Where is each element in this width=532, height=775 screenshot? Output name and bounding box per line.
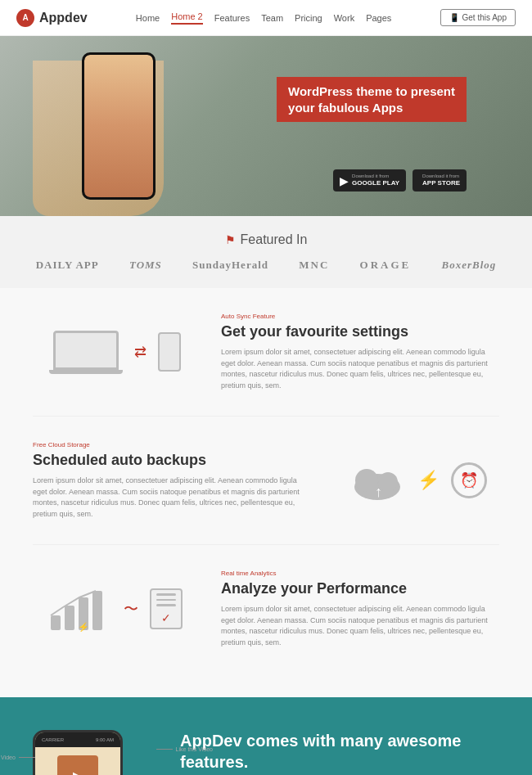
featured-logo-0: DAILY APP	[36, 259, 99, 272]
feature-text-0: Auto Sync Feature Get your favourite set…	[221, 313, 499, 391]
feature-tag-0: Auto Sync Feature	[221, 313, 499, 320]
nav-work[interactable]: Work	[334, 13, 354, 23]
feature-row-0: ⇄ Auto Sync Feature Get your favourite s…	[33, 313, 499, 417]
featured-logo-5: BoxerBlog	[442, 259, 497, 272]
logo-text: Appdev	[39, 11, 88, 25]
connector-3	[156, 749, 173, 750]
logo[interactable]: A Appdev	[16, 9, 88, 27]
phone-video-thumbnail: ▶	[57, 755, 98, 775]
nav-links: Home Home 2 Features Team Pricing Work P…	[136, 11, 392, 25]
hero-store-buttons: ▶ Download it from GOOGLE PLAY Download …	[333, 169, 467, 191]
teal-title: AppDev comes with many awesome features.	[180, 730, 499, 773]
clock-icon: ⏰	[451, 462, 487, 498]
laptop-icon	[49, 331, 123, 374]
nav-cta-button[interactable]: 📱 Get this App	[440, 9, 516, 26]
google-play-button[interactable]: ▶ Download it from GOOGLE PLAY	[333, 169, 406, 191]
teal-phone-area: CARRIER 9:00 AM ▶	[33, 730, 156, 775]
teal-phone-device: CARRIER 9:00 AM ▶	[33, 730, 123, 775]
bar-chart-icon: ⚡	[47, 583, 112, 635]
navbar: A Appdev Home Home 2 Features Team Prici…	[0, 0, 532, 36]
feature-icon-cloud: ↑ ⚡ ⏰	[336, 456, 499, 505]
laptop-screen	[53, 331, 119, 370]
hero-phone	[82, 52, 156, 200]
phone-video-area: ▶	[35, 747, 120, 775]
feature-icon-chart: ⚡ 〜 ✓	[33, 583, 196, 635]
hero-phone-screen	[84, 55, 153, 197]
feature-desc-1: Lorem ipsum dolor sit amet, consectetuer…	[33, 475, 311, 520]
checklist-line-2	[156, 599, 176, 602]
featured-title: ⚑ Featured In	[25, 232, 507, 247]
laptop-base	[49, 370, 123, 374]
label-like-video: Like this Video	[156, 746, 213, 752]
teal-content: AppDev comes with many awesome features.…	[180, 722, 499, 775]
checklist-icon: ✓	[150, 588, 183, 629]
featured-logo-3: MNC	[299, 259, 329, 272]
svg-rect-7	[92, 591, 102, 630]
carrier-text: CARRIER	[42, 737, 64, 742]
phone-icon: 📱	[449, 13, 459, 22]
feature-title-2: Analyze your Performance	[221, 580, 499, 597]
hero-section: WordPress theme to present your fabulous…	[0, 36, 532, 216]
featured-logo-4: ORAGE	[360, 259, 412, 272]
cloud-icon: ↑	[349, 456, 406, 505]
phone-status-bar: CARRIER 9:00 AM	[35, 732, 120, 747]
app-store-button[interactable]: Download it from APP STORE	[413, 169, 467, 191]
google-play-icon: ▶	[340, 174, 349, 187]
nav-pages[interactable]: Pages	[366, 13, 391, 23]
cloud-svg: ↑	[349, 456, 406, 505]
hero-title: WordPress theme to present your fabulous…	[277, 77, 467, 122]
sync-arrows-icon: ⇄	[134, 343, 147, 361]
feature-title-0: Get your favourite settings	[221, 323, 499, 340]
feature-text-2: Real time Analytics Analyze your Perform…	[221, 570, 499, 648]
featured-logo-1: TOMS	[129, 259, 162, 272]
svg-rect-5	[65, 606, 74, 630]
checklist-line-3	[156, 604, 176, 606]
teal-phone-screen: CARRIER 9:00 AM ▶	[35, 732, 120, 775]
hero-title-overlay: WordPress theme to present your fabulous…	[277, 77, 467, 122]
pulse-icon: 〜	[124, 599, 138, 619]
feature-icon-laptop-phone: ⇄	[33, 331, 196, 374]
time-text: 9:00 AM	[96, 737, 114, 742]
nav-home[interactable]: Home	[136, 13, 160, 23]
feature-row-1: ↑ ⚡ ⏰ Free Cloud Storage Scheduled auto …	[33, 441, 499, 545]
svg-rect-4	[51, 615, 61, 630]
featured-section: ⚑ Featured In DAILY APP TOMS SundayHeral…	[0, 216, 532, 288]
feature-desc-2: Lorem ipsum dolor sit amet, consectetuer…	[221, 604, 499, 648]
feature-desc-0: Lorem ipsum dolor sit amet, consectetuer…	[221, 347, 499, 391]
features-section: ⇄ Auto Sync Feature Get your favourite s…	[0, 288, 532, 697]
featured-logo-2: SundayHerald	[192, 259, 268, 272]
nav-pricing[interactable]: Pricing	[295, 13, 322, 23]
nav-features[interactable]: Features	[214, 13, 250, 23]
lightning-icon: ⚡	[417, 470, 440, 491]
bar-chart-svg: ⚡	[47, 583, 112, 632]
google-play-text: Download it from GOOGLE PLAY	[352, 173, 399, 187]
checklist-line-1	[156, 593, 176, 596]
feature-tag-2: Real time Analytics	[221, 570, 499, 577]
nav-home2[interactable]: Home 2	[171, 11, 203, 25]
connector-1	[19, 757, 35, 758]
nav-team[interactable]: Team	[261, 13, 283, 23]
teal-phone-wrapper: CARRIER 9:00 AM ▶	[33, 730, 156, 775]
phone-icon	[158, 332, 181, 372]
logo-icon: A	[16, 9, 34, 27]
label-your-video: Your Video	[0, 755, 35, 760]
play-icon: ▶	[73, 768, 83, 776]
featured-logos: DAILY APP TOMS SundayHerald MNC ORAGE Bo…	[25, 259, 507, 272]
teal-section: CARRIER 9:00 AM ▶	[0, 697, 532, 775]
svg-text:↑: ↑	[375, 484, 382, 500]
feature-title-1: Scheduled auto backups	[33, 452, 311, 469]
featured-icon: ⚑	[225, 233, 236, 246]
feature-tag-1: Free Cloud Storage	[33, 441, 311, 448]
feature-text-1: Free Cloud Storage Scheduled auto backup…	[33, 441, 311, 520]
svg-text:⚡: ⚡	[78, 621, 89, 632]
feature-row-2: ⚡ 〜 ✓ Real time Analytics Analyze your P…	[33, 570, 499, 673]
app-store-text: Download it from APP STORE	[422, 173, 460, 187]
checkmark-icon: ✓	[161, 611, 171, 624]
